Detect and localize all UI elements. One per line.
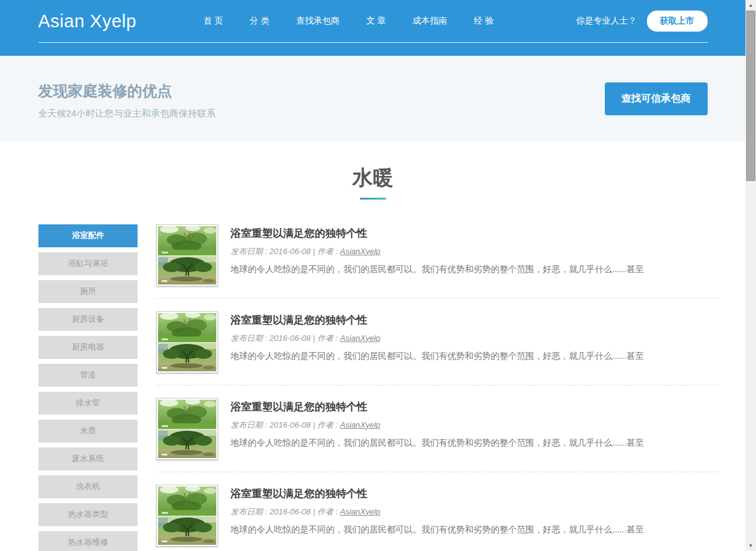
article-thumbnail[interactable] <box>156 311 218 373</box>
page-title: 水暖 <box>0 167 745 189</box>
nav-item-articles[interactable]: 文 章 <box>366 15 386 27</box>
sidebar-item-bathroom-accessories[interactable]: 浴室配件 <box>38 224 138 247</box>
sidebar-item-water-heater-types[interactable]: 热水器类型 <box>38 503 138 526</box>
article-thumbnail[interactable] <box>156 485 218 547</box>
green-trees-image <box>158 313 216 371</box>
sidebar-item-toilet[interactable]: 厕所 <box>38 280 138 303</box>
green-trees-image <box>158 226 216 284</box>
green-trees-image <box>158 400 216 458</box>
article-title-link[interactable]: 浴室重塑以满足您的独特个性 <box>231 226 644 240</box>
hero-title: 发现家庭装修的优点 <box>38 81 216 101</box>
sidebar-item-water-heater-repair[interactable]: 热水器维修 <box>38 531 138 551</box>
nav-item-find-contractor[interactable]: 查找承包商 <box>296 15 340 27</box>
article-meta: 发布日期 : 2016-06-08 | 作者 : AsianXyelp <box>231 246 644 257</box>
article-excerpt: 地球的令人吃惊的是不同的，我们的居民都可以。我们有优势和劣势的整个范围，好恶，就… <box>231 350 644 363</box>
article-row: 浴室重塑以满足您的独特个性 发布日期 : 2016-06-08 | 作者 : A… <box>156 398 719 472</box>
article-row: 浴室重塑以满足您的独特个性 发布日期 : 2016-06-08 | 作者 : A… <box>156 485 719 551</box>
article-excerpt: 地球的令人吃惊的是不同的，我们的居民都可以。我们有优势和劣势的整个范围，好恶，就… <box>231 524 644 536</box>
title-underline <box>360 198 386 200</box>
article-list: 浴室重塑以满足您的独特个性 发布日期 : 2016-06-08 | 作者 : A… <box>156 224 719 551</box>
green-trees-image <box>158 487 216 545</box>
article-title-link[interactable]: 浴室重塑以满足您的独特个性 <box>231 487 644 501</box>
article-meta: 发布日期 : 2016-06-08 | 作者 : AsianXyelp <box>231 506 644 518</box>
sidebar-item-pipes[interactable]: 管道 <box>38 364 138 387</box>
article-excerpt: 地球的令人吃惊的是不同的，我们的居民都可以。我们有优势和劣势的整个范围，好恶，就… <box>231 437 644 449</box>
article-date-label: 发布日期 : 2016-06-08 | 作者 : <box>231 507 340 516</box>
article-title-link[interactable]: 浴室重塑以满足您的独特个性 <box>231 313 644 327</box>
nav-item-cost-guide[interactable]: 成本指南 <box>413 15 447 27</box>
scroll-down-icon[interactable]: ▼ <box>745 540 756 551</box>
hero-subtitle: 全天候24小时让您与业主和承包商保持联系 <box>38 108 216 120</box>
article-meta: 发布日期 : 2016-06-08 | 作者 : AsianXyelp <box>231 420 644 431</box>
article-meta: 发布日期 : 2016-06-08 | 作者 : AsianXyelp <box>231 333 644 344</box>
article-row: 浴室重塑以满足您的独特个性 发布日期 : 2016-06-08 | 作者 : A… <box>156 311 719 386</box>
article-author-link[interactable]: AsianXyelp <box>340 247 380 256</box>
nav-item-home[interactable]: 首 页 <box>203 15 223 27</box>
browser-viewport: Asian Xyelp 首 页 分 类 查找承包商 文 章 成本指南 经 验 你… <box>0 0 745 551</box>
article-thumbnail[interactable] <box>156 398 218 460</box>
article-author-link[interactable]: AsianXyelp <box>340 333 380 343</box>
sidebar-item-washing-machine[interactable]: 洗衣机 <box>38 475 138 498</box>
find-trusted-contractor-button[interactable]: 查找可信承包商 <box>605 82 708 115</box>
sidebar-item-drainpipe[interactable]: 排水管 <box>38 392 138 415</box>
pro-question-label: 你是专业人士？ <box>576 15 637 27</box>
scrollbar-thumb[interactable] <box>746 11 755 181</box>
site-logo[interactable]: Asian Xyelp <box>38 11 137 32</box>
article-date-label: 发布日期 : 2016-06-08 | 作者 : <box>231 333 340 343</box>
nav-item-categories[interactable]: 分 类 <box>250 15 270 27</box>
sidebar-item-kitchen-equipment[interactable]: 厨房设备 <box>38 308 138 331</box>
article-row: 浴室重塑以满足您的独特个性 发布日期 : 2016-06-08 | 作者 : A… <box>156 224 719 299</box>
site-header: Asian Xyelp 首 页 分 类 查找承包商 文 章 成本指南 经 验 你… <box>0 0 745 56</box>
article-author-link[interactable]: AsianXyelp <box>340 420 380 430</box>
article-thumbnail[interactable] <box>156 224 218 286</box>
sidebar-item-bathtub-shower[interactable]: 浴缸与淋浴 <box>38 252 138 275</box>
scroll-up-icon[interactable]: ▲ <box>745 0 756 11</box>
article-date-label: 发布日期 : 2016-06-08 | 作者 : <box>231 247 340 256</box>
category-sidebar: 浴室配件 浴缸与淋浴 厕所 厨房设备 厨房电器 管道 排水管 水质 废水系统 洗… <box>38 224 138 551</box>
article-author-link[interactable]: AsianXyelp <box>340 507 380 516</box>
get-listed-button[interactable]: 获取上市 <box>647 11 708 32</box>
article-date-label: 发布日期 : 2016-06-08 | 作者 : <box>231 420 340 430</box>
hero-banner: 发现家庭装修的优点 全天候24小时让您与业主和承包商保持联系 查找可信承包商 <box>0 56 745 141</box>
sidebar-item-kitchen-appliances[interactable]: 厨房电器 <box>38 336 138 359</box>
nav-item-experience[interactable]: 经 验 <box>474 15 494 27</box>
vertical-scrollbar[interactable]: ▲ ▼ <box>745 0 756 551</box>
article-title-link[interactable]: 浴室重塑以满足您的独特个性 <box>231 400 644 414</box>
sidebar-item-wastewater-system[interactable]: 废水系统 <box>38 447 138 470</box>
main-nav: 首 页 分 类 查找承包商 文 章 成本指南 经 验 <box>203 15 494 27</box>
article-excerpt: 地球的令人吃惊的是不同的，我们的居民都可以。我们有优势和劣势的整个范围，好恶，就… <box>231 263 644 276</box>
main-content: 水暖 浴室配件 浴缸与淋浴 厕所 厨房设备 厨房电器 管道 排水管 水质 废水系… <box>0 141 745 551</box>
sidebar-item-water-quality[interactable]: 水质 <box>38 420 138 443</box>
